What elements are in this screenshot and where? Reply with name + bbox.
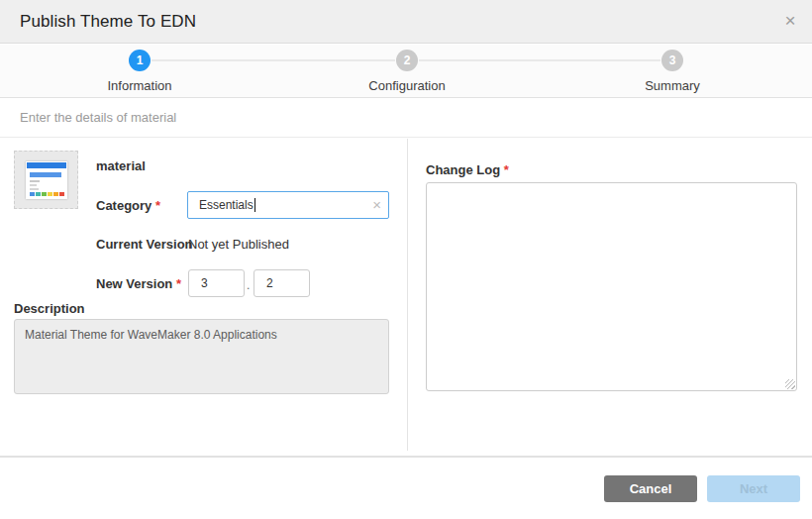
footer-divider — [0, 456, 812, 458]
description-textarea: Material Theme for WaveMaker 8.0 Applica… — [14, 319, 389, 394]
step-description-bar: Enter the details of material — [0, 99, 812, 138]
version-major-input[interactable] — [188, 269, 245, 297]
preview-line — [30, 188, 39, 190]
step-configuration[interactable]: 2 Configuration — [328, 50, 486, 93]
next-button[interactable]: Next — [707, 475, 800, 502]
current-version-value: Not yet Published — [188, 237, 289, 252]
change-log-label-text: Change Log — [426, 162, 500, 177]
step-2-label: Configuration — [328, 78, 486, 93]
theme-thumbnail — [14, 151, 78, 209]
step-3-label: Summary — [593, 78, 752, 93]
dialog-title: Publish Theme To EDN — [20, 12, 196, 32]
required-asterisk: * — [176, 276, 181, 291]
step-summary[interactable]: 3 Summary — [593, 50, 752, 93]
step-3-circle: 3 — [661, 50, 683, 71]
category-input[interactable]: Essentials × — [187, 191, 389, 219]
new-version-label-text: New Version — [96, 276, 172, 291]
step-description-text: Enter the details of material — [20, 110, 176, 125]
cancel-button[interactable]: Cancel — [604, 475, 697, 502]
description-label: Description — [14, 301, 85, 316]
text-caret — [254, 198, 255, 212]
required-asterisk: * — [155, 198, 160, 213]
new-version-label: New Version * — [96, 276, 181, 291]
current-version-label: Current Version — [96, 237, 193, 252]
change-log-field — [426, 182, 797, 391]
preview-blue-bar — [30, 172, 61, 177]
theme-name: material — [96, 158, 146, 173]
required-asterisk: * — [504, 162, 509, 177]
step-1-circle: 1 — [129, 50, 151, 71]
step-information[interactable]: 1 Information — [60, 50, 219, 93]
dialog-titlebar: Publish Theme To EDN × — [0, 0, 812, 44]
version-minor-input[interactable] — [254, 269, 310, 297]
category-label: Category * — [96, 198, 160, 213]
step-1-label: Information — [60, 78, 219, 93]
theme-preview-image — [26, 161, 67, 199]
category-input-value: Essentials — [199, 198, 254, 212]
change-log-label: Change Log * — [426, 162, 509, 177]
preview-color-swatches — [30, 192, 64, 196]
wizard-stepper: 1 Information 2 Configuration 3 Summary — [0, 45, 812, 98]
step-2-circle: 2 — [396, 50, 418, 71]
clear-icon[interactable]: × — [372, 197, 381, 213]
version-separator: . — [247, 278, 250, 292]
panel-divider — [407, 139, 408, 451]
close-icon[interactable]: × — [776, 8, 804, 36]
preview-line — [30, 180, 40, 182]
change-log-textarea[interactable] — [426, 182, 797, 391]
preview-header-bar — [27, 162, 66, 168]
category-label-text: Category — [96, 198, 152, 213]
preview-line — [30, 184, 37, 186]
